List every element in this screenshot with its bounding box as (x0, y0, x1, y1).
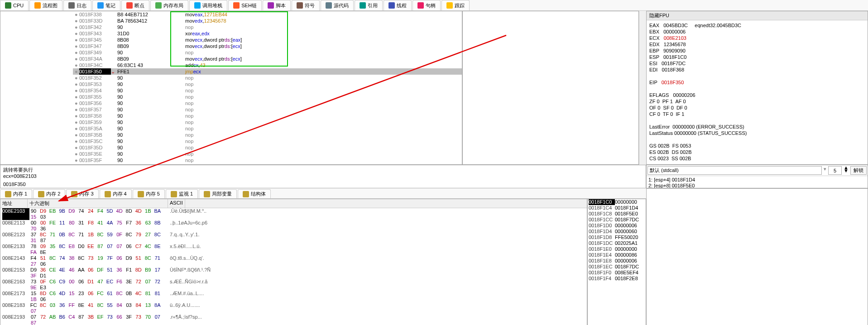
tab-跟踪[interactable]: 跟踪 (441, 0, 470, 10)
tab-日志[interactable]: 日志 (63, 0, 91, 10)
disasm-row[interactable]: ●0018F36090nop (73, 163, 462, 164)
disasm-row[interactable]: ●0018F3478B09mov ecx,dword ptr ds:[ecx] (73, 43, 462, 49)
disassembly-panel[interactable]: ●0018F338B8 44EB7112mov eax,1271EB44●001… (0, 11, 462, 165)
memtab-内存 1[interactable]: 内存 1 (0, 189, 32, 198)
dump-row[interactable]: 008E2183FC 8C 03 36 FF 8E 41 8C 55 84 03… (0, 302, 587, 314)
tab-线程[interactable]: 线程 (384, 0, 412, 10)
disasm-row[interactable]: ●0018F35F90nop (73, 157, 462, 163)
arg-count-spin[interactable] (828, 166, 842, 175)
memtab-结构体[interactable]: 结构体 (238, 189, 271, 198)
disasm-row[interactable]: ●0018F34990nop (73, 49, 462, 56)
disasm-row[interactable]: ●0018F34C66:83C1 43add cx,43 (73, 62, 462, 68)
disasm-row[interactable]: ●0018F34331D0xor eax,edx (73, 30, 462, 37)
stack-row[interactable]: 0018F1C80018F5E0 (588, 211, 646, 217)
disasm-row[interactable]: ●0018F35C90nop (73, 138, 462, 144)
tab-引用[interactable]: 引用 (355, 0, 383, 10)
lock-button[interactable]: 解锁 (850, 166, 867, 175)
stack-row[interactable]: 0018F1D400000060 (588, 229, 646, 234)
dump-row[interactable]: 008E219307 72 AB B6 C4 87 3B EF 73 66 3F… (0, 314, 587, 325)
memory-dump-panel[interactable]: 地址 十六进制 ASCII 008E210390 D9 EB 9B D9 74 … (0, 199, 587, 325)
dump-row[interactable]: 008E213378 09 35 8C E8 D0 EE 87 07 07 06… (0, 244, 587, 255)
dump-row[interactable]: 008E210390 D9 EB 9B D9 74 24 F4 5D 4D 8D… (0, 208, 587, 220)
tab-脚本[interactable]: 脚本 (263, 0, 291, 10)
stack-row[interactable]: 0018F1D000000006 (588, 223, 646, 229)
disasm-row[interactable]: ●0018F33DBA 78563412mov edx,12345678 (73, 18, 462, 24)
disasm-row[interactable]: ●0018F34290nop (73, 24, 462, 30)
memtab-内存 3[interactable]: 内存 3 (66, 189, 98, 198)
disasm-row[interactable]: ●0018F35690nop (73, 100, 462, 106)
stack-row[interactable]: 0018F1E000000000 (588, 246, 646, 252)
memtab-内存 5[interactable]: 内存 5 (133, 189, 165, 198)
disasm-row[interactable]: ●0018F35590nop (73, 94, 462, 100)
jump-info-panel: 跳转将要执行 ecx=008E2103 0018F350 (0, 165, 646, 188)
stack-row[interactable]: 0018F1D8FFE50020 (588, 234, 646, 240)
disasm-row[interactable]: ●0018F35290nop (73, 75, 462, 81)
stack-row[interactable]: 0018F1E400000086 (588, 252, 646, 258)
dump-row[interactable]: 008E212337 8C 71 0B 8C 71 1B 8C 59 0F 8C… (0, 232, 587, 244)
memtab-内存 2[interactable]: 内存 2 (33, 189, 65, 198)
jump-ecx: ecx=008E2103 (3, 173, 643, 179)
disasm-row[interactable]: ●0018F338B8 44EB7112mov eax,1271EB44 (73, 11, 462, 18)
tab-SEH链[interactable]: SEH链 (228, 0, 262, 10)
dump-row[interactable]: 008E2153D9 36 CE 4E 46 AA 06 DF 51 36 F1… (0, 267, 587, 279)
disasm-row[interactable]: ●0018F35A90nop (73, 125, 462, 132)
call-args-panel: 默认 (stdcall) ▾ ▲▼ 解锁 1: [esp+4] 0018F1D4… (646, 165, 868, 188)
dump-row[interactable]: 008E2143F4 51 8C 74 38 8C 73 19 7F 06 D9… (0, 255, 587, 267)
disasm-row[interactable]: ●0018F35E90nop (73, 151, 462, 157)
memtab-局部变量[interactable]: 局部变量 (199, 189, 237, 198)
memtab-监视 1[interactable]: 监视 1 (166, 189, 198, 198)
calling-convention-select[interactable]: 默认 (stdcall) (647, 166, 822, 175)
disasm-row[interactable]: ●0018F35990nop (73, 119, 462, 125)
tab-CPU[interactable]: CPU (0, 0, 29, 10)
tab-句柄[interactable]: 句柄 (412, 0, 441, 10)
tab-断点[interactable]: 断点 (121, 0, 149, 10)
tab-流程图[interactable]: 流程图 (29, 0, 62, 10)
stack-row[interactable]: 0018F1C40018F1D4 (588, 205, 646, 211)
top-tab-bar: CPU流程图日志笔记断点内存布局调用堆栈SEH链脚本符号源代码引用线程句柄跟踪 (0, 0, 868, 11)
disasm-row[interactable]: ●0018F3458B08mov ecx,dword ptr ds:[eax] (73, 37, 462, 43)
memory-tab-bar: 内存 1内存 2内存 3内存 4内存 5监视 1局部变量结构体 (0, 188, 646, 199)
disasm-row[interactable]: ●0018F34A8B09mov ecx,dword ptr ds:[ecx] (73, 56, 462, 62)
memtab-内存 4[interactable]: 内存 4 (100, 189, 132, 198)
stack-panel[interactable]: 0018F1C0000000000018F1C40018F1D40018F1C8… (587, 199, 646, 325)
stack-row[interactable]: 0018F1CC0018F7DC (588, 217, 646, 223)
disasm-row[interactable]: ●0018F350⌄FFE1jmp ecx (73, 68, 462, 75)
stack-row[interactable]: 0018F1F40018F2E8 (588, 276, 646, 282)
disasm-row[interactable]: ●0018F35390nop (73, 81, 462, 87)
disasm-row[interactable]: ●0018F35890nop (73, 113, 462, 119)
stack-row[interactable]: 0018F1F0008E5EF4 (588, 270, 646, 276)
stack-row[interactable]: 0018F1C000000000 (588, 199, 646, 205)
extra-panel (646, 188, 868, 325)
tab-调用堆栈[interactable]: 调用堆栈 (189, 0, 227, 10)
disasm-row[interactable]: ●0018F35790nop (73, 106, 462, 113)
tab-笔记[interactable]: 笔记 (92, 0, 120, 10)
jump-addr: 0018F350 (3, 182, 643, 187)
tab-源代码[interactable]: 源代码 (321, 0, 354, 10)
dump-row[interactable]: 008E217315 8D C6 4D 15 23 06 FC 61 8C 0B… (0, 291, 587, 302)
disasm-row[interactable]: ●0018F35490nop (73, 87, 462, 94)
scrollbar[interactable] (639, 11, 646, 165)
stack-row[interactable]: 0018F1EC0018F7DC (588, 264, 646, 270)
tab-符号[interactable]: 符号 (292, 0, 320, 10)
tab-内存布局[interactable]: 内存布局 (150, 0, 188, 10)
stack-row[interactable]: 0018F1E800000006 (588, 258, 646, 264)
dump-header: 地址 十六进制 ASCII (0, 199, 587, 208)
disasm-row[interactable]: ●0018F35D90nop (73, 144, 462, 151)
dump-row[interactable]: 008E211300 00 FE 11 80 31 F8 41 4A 75 F7… (0, 220, 587, 232)
dump-row[interactable]: 008E216373 0F C6 C9 00 06 D1 47 EC F6 3E… (0, 279, 587, 291)
jump-title: 跳转将要执行 (3, 167, 643, 173)
stack-row[interactable]: 0018F1DC002025A1 (588, 240, 646, 246)
registers-panel[interactable]: 隐藏FPU EAX 0045BD3C eqnedt32.0045BD3CEBX … (646, 11, 868, 165)
registers-title[interactable]: 隐藏FPU (647, 11, 868, 20)
disasm-row[interactable]: ●0018F35B90nop (73, 132, 462, 138)
